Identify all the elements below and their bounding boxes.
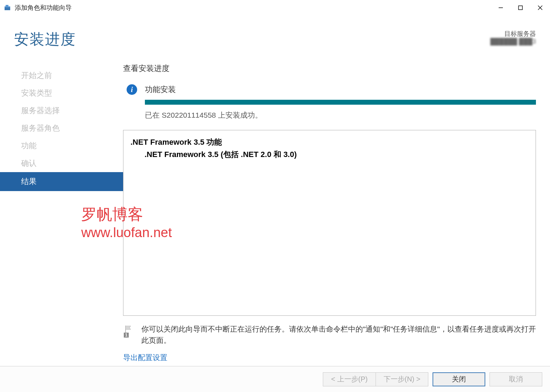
maximize-button[interactable] [511,0,530,15]
sidebar-item-results[interactable]: 结果 [0,172,123,191]
sidebar-item-server-roles: 服务器角色 [0,119,123,137]
status-message: 已在 S202201114558 上安装成功。 [145,110,536,120]
svg-rect-4 [519,6,523,10]
footer: < 上一步(P) 下一步(N) > 关闭 取消 [0,366,550,392]
watermark-line1: 罗帆博客 [81,204,172,224]
results-detail-box: .NET Framework 3.5 功能 .NET Framework 3.5… [123,130,536,316]
main-content: 查看安装进度 i 功能安装 已在 S202201114558 上安装成功。 .N… [123,56,550,366]
previous-button: < 上一步(P) [323,372,376,386]
app-icon [4,4,11,12]
header: 安装进度 目标服务器 ██████ ███3 [0,15,550,56]
status-row: i 功能安装 已在 S202201114558 上安装成功。 [123,84,536,120]
detail-feature-group: .NET Framework 3.5 功能 [130,136,529,148]
watermark: 罗帆博客 www.luofan.net [81,204,172,242]
minimize-button[interactable] [491,0,511,15]
titlebar: 添加角色和功能向导 [0,0,550,15]
sidebar-item-features: 功能 [0,137,123,155]
flag-icon: 1 [123,325,134,336]
sidebar-item-server-selection: 服务器选择 [0,102,123,119]
sidebar-item-installation-type: 安装类型 [0,84,123,102]
close-wizard-button[interactable]: 关闭 [433,372,485,386]
section-title: 查看安装进度 [123,63,536,74]
target-server-info: 目标服务器 ██████ ███3 [490,30,536,45]
close-button[interactable] [530,0,550,15]
detail-feature-item: .NET Framework 3.5 (包括 .NET 2.0 和 3.0) [130,148,529,161]
info-icon: i [127,84,137,95]
status-label: 功能安装 [145,84,536,95]
next-button: 下一步(N) > [376,372,428,386]
window-title: 添加角色和功能向导 [15,4,72,12]
page-title: 安装进度 [14,30,76,49]
export-settings-link[interactable]: 导出配置设置 [123,353,536,362]
target-server-name: ██████ ███3 [490,38,536,45]
hint-row: 1 你可以关闭此向导而不中断正在运行的任务。请依次单击命令栏中的"通知"和"任务… [123,324,536,346]
progress-bar [145,100,536,105]
hint-text: 你可以关闭此向导而不中断正在运行的任务。请依次单击命令栏中的"通知"和"任务详细… [141,324,536,346]
body: 开始之前 安装类型 服务器选择 服务器角色 功能 确认 结果 查看安装进度 i … [0,56,550,366]
cancel-button: 取消 [490,372,542,386]
wizard-window: 添加角色和功能向导 安装进度 目标服务器 ██████ ███3 开始之前 安装… [0,0,550,392]
svg-rect-1 [5,6,10,7]
sidebar-item-before-you-begin: 开始之前 [0,67,123,84]
sidebar-item-confirmation: 确认 [0,155,123,172]
target-server-label: 目标服务器 [490,30,536,38]
watermark-line2: www.luofan.net [81,224,172,241]
svg-text:1: 1 [125,333,128,338]
svg-rect-2 [6,5,8,6]
